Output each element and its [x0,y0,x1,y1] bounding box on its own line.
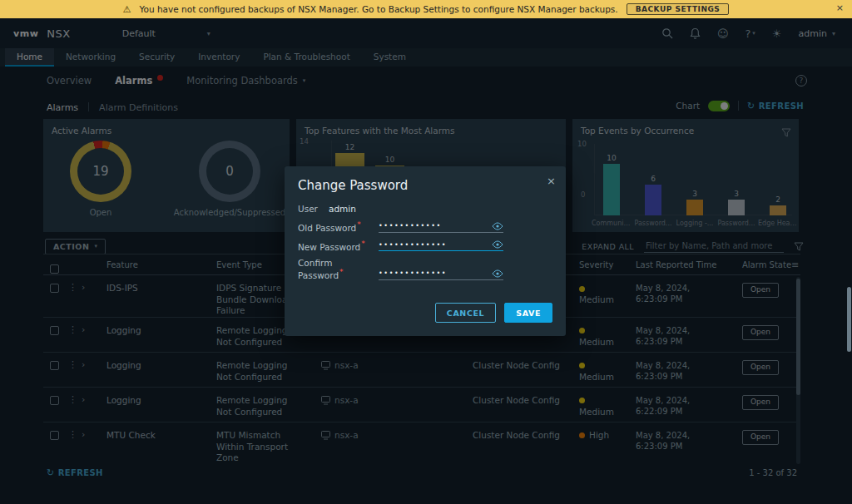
required-asterisk: * [339,268,344,276]
password-value: ••••••••••••• [379,269,447,277]
required-asterisk: * [361,240,365,248]
user-label: User [298,204,329,214]
password-value: ••••••••••••• [379,241,447,249]
old-password-input[interactable]: •••••••••••• [379,222,503,233]
banner-message: You have not configured backups of NSX M… [140,4,618,14]
field-label: New Password* [298,240,379,252]
cancel-button[interactable]: CANCEL [435,303,496,323]
page-scrollbar[interactable] [847,287,851,352]
banner-close-icon[interactable]: × [836,2,844,13]
user-value: admin [329,204,356,214]
password-field-row: Old Password*•••••••••••• [298,220,552,233]
backup-warning-banner: ⚠ You have not configured backups of NSX… [0,0,852,18]
user-row: User admin [298,204,552,214]
required-asterisk: * [357,220,361,229]
password-field-row: New Password*••••••••••••• [298,240,552,252]
change-password-dialog: Change Password × User admin Old Passwor… [285,166,566,336]
warning-icon: ⚠ [123,4,131,15]
show-password-icon[interactable] [492,269,503,278]
password-field-row: Confirm Password*••••••••••••• [298,258,552,280]
backup-settings-button[interactable]: BACKUP SETTINGS [627,3,730,15]
field-label: Confirm Password* [298,258,379,280]
show-password-icon[interactable] [492,222,503,230]
password-fields: Old Password*••••••••••••New Password*••… [298,220,552,280]
dialog-close-icon[interactable]: × [547,175,556,187]
save-button[interactable]: SAVE [504,303,552,323]
dialog-buttons: CANCEL SAVE [435,303,552,323]
dialog-title: Change Password [298,178,552,193]
field-label: Old Password* [298,220,379,233]
confirm-password-input[interactable]: ••••••••••••• [379,269,503,280]
nsx-application: ⚠ You have not configured backups of NSX… [0,0,852,504]
show-password-icon[interactable] [492,240,503,249]
password-value: •••••••••••• [379,222,442,230]
new-password-input[interactable]: ••••••••••••• [379,240,503,251]
